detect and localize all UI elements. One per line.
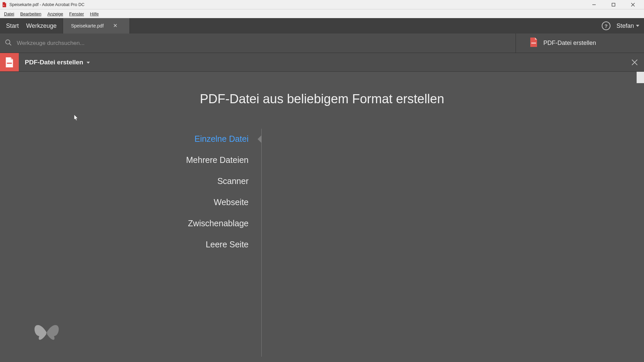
chevron-down-icon — [87, 62, 90, 64]
create-option[interactable]: Scanner — [217, 175, 249, 187]
search-icon — [5, 39, 12, 48]
window-close-button[interactable] — [623, 0, 643, 9]
menu-anzeige[interactable]: Anzeige — [45, 11, 66, 17]
acrobat-app-icon: A — [1, 2, 7, 8]
svg-rect-7 — [531, 43, 536, 44]
tool-header-dropdown[interactable]: PDF-Datei erstellen — [19, 53, 96, 71]
tab-werkzeuge[interactable]: Werkzeuge — [26, 22, 57, 29]
window-titlebar: A Speisekarte.pdf - Adobe Acrobat Pro DC — [0, 0, 644, 9]
svg-rect-8 — [7, 63, 12, 64]
window-minimize-button[interactable] — [584, 0, 604, 9]
butterfly-watermark-icon — [32, 319, 62, 347]
user-menu[interactable]: Stefan — [616, 22, 639, 29]
close-tab-icon[interactable]: ✕ — [113, 23, 117, 28]
menu-bearbeiten[interactable]: Bearbeiten — [17, 11, 44, 17]
chevron-down-icon — [636, 25, 639, 27]
menu-fenster[interactable]: Fenster — [66, 11, 87, 17]
menu-hilfe[interactable]: Hilfe — [87, 11, 101, 17]
document-tab[interactable]: Speisekarte.pdf ✕ — [63, 18, 130, 34]
help-icon[interactable]: ? — [602, 21, 610, 30]
tabstrip: Start Werkzeuge Speisekarte.pdf ✕ ? Stef… — [0, 18, 644, 34]
create-option[interactable]: Webseite — [214, 196, 249, 208]
window-title: Speisekarte.pdf - Adobe Acrobat Pro DC — [9, 2, 85, 7]
scrollbar-stub[interactable] — [637, 72, 644, 83]
menu-datei[interactable]: Datei — [1, 11, 17, 17]
create-option[interactable]: Einzelne Datei — [195, 133, 249, 145]
pdf-file-icon — [529, 37, 538, 49]
svg-text:A: A — [3, 4, 4, 6]
side-panel-label: PDF-Datei erstellen — [543, 40, 596, 47]
side-panel-action[interactable]: PDF-Datei erstellen — [523, 34, 644, 53]
main-content: PDF-Datei aus beliebigem Format erstelle… — [0, 72, 644, 362]
svg-rect-2 — [612, 3, 615, 6]
create-option[interactable]: Mehrere Dateien — [186, 154, 249, 166]
user-name: Stefan — [616, 22, 634, 29]
tool-header-icon — [0, 53, 19, 71]
tool-header-label: PDF-Datei erstellen — [25, 59, 83, 66]
create-option[interactable]: Zwischenablage — [188, 217, 249, 230]
tools-search-input[interactable] — [17, 40, 511, 47]
create-option[interactable]: Leere Seite — [206, 238, 249, 251]
pointer-cursor-icon — [72, 114, 79, 122]
tool-header: PDF-Datei erstellen — [0, 53, 644, 72]
close-panel-button[interactable] — [625, 53, 644, 71]
menubar: Datei Bearbeiten Anzeige Fenster Hilfe — [0, 9, 644, 18]
tools-search-area — [0, 34, 516, 53]
svg-point-5 — [6, 40, 10, 44]
svg-line-6 — [9, 43, 11, 45]
page-title: PDF-Datei aus beliebigem Format erstelle… — [0, 72, 644, 106]
tab-start[interactable]: Start — [6, 22, 19, 29]
document-tab-label: Speisekarte.pdf — [71, 23, 104, 28]
window-maximize-button[interactable] — [604, 0, 623, 9]
